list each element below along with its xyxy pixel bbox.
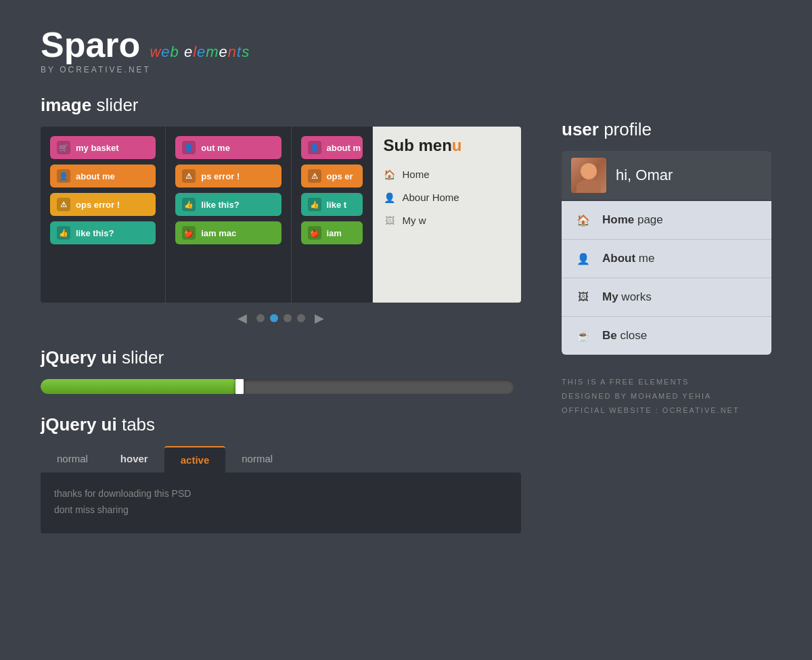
like-icon-2: 👍 — [182, 198, 196, 211]
tab-content-line2: dont miss sharing — [54, 502, 508, 519]
slider-btn-about3[interactable]: 👤 about m — [301, 136, 363, 159]
slider-controls: ◀ ▶ — [41, 309, 521, 327]
left-column: image slider 🛒 my basket 👤 about me — [41, 95, 521, 547]
tab-active[interactable]: active — [164, 446, 226, 472]
page-header: Sparo web elements BY OCREATIVE.NET — [41, 27, 771, 74]
profile-menu-works[interactable]: 🖼 My works — [562, 278, 771, 317]
submenu-title: Sub menu — [384, 136, 511, 155]
slider-dot-2[interactable] — [270, 314, 278, 322]
basket-icon: 🛒 — [57, 141, 70, 154]
jquery-tabs-section: jQuery ui tabs normal hover active norma… — [41, 414, 521, 533]
user-icon-profile: 👤 — [574, 249, 593, 268]
tab-content-line1: thanks for downloading this PSD — [54, 486, 508, 502]
user-greeting: hi, Omar — [616, 167, 673, 184]
jquery-slider-section: jQuery ui slider — [41, 347, 521, 394]
user-profile-title-light: profile — [599, 119, 652, 139]
image-icon-profile: 🖼 — [574, 288, 593, 307]
user-avatar — [571, 158, 606, 193]
jquery-tabs-title: jQuery ui tabs — [41, 414, 521, 435]
warning-icon: ⚠ — [57, 198, 70, 211]
submenu-works[interactable]: 🖼 My w — [384, 209, 511, 232]
warning-icon-3: ⚠ — [308, 169, 321, 183]
apple-icon-3: 🍎 — [308, 226, 321, 240]
tab-normal-1[interactable]: normal — [41, 446, 104, 472]
footer-line1: THIS IS A FREE ELEMENTS — [562, 375, 771, 389]
user-icon-sub: 👤 — [384, 192, 396, 203]
image-slider-title-light: slider — [91, 95, 138, 115]
slider-next-arrow[interactable]: ▶ — [311, 309, 328, 327]
user-profile-title: user profile — [562, 119, 771, 140]
jquery-tabs-title-light: tabs — [117, 414, 155, 435]
logo-subtitle: web elements — [150, 43, 250, 61]
main-content: image slider 🛒 my basket 👤 about me — [41, 95, 771, 547]
slider-btn-error2[interactable]: ⚠ ps error ! — [175, 164, 281, 188]
slider-dot-4[interactable] — [297, 314, 305, 322]
jquery-slider-title: jQuery ui slider — [41, 347, 521, 368]
image-slider-section: image slider 🛒 my basket 👤 about me — [41, 95, 521, 327]
slider-btn-error3[interactable]: ⚠ ops er — [301, 164, 363, 188]
profile-menu: 🏠 Home page 👤 About me 🖼 My works ☕ Be c… — [562, 201, 771, 355]
tab-content: thanks for downloading this PSD dont mis… — [41, 472, 521, 533]
image-icon-sub: 🖼 — [384, 215, 396, 226]
progress-handle[interactable] — [235, 379, 244, 394]
slider-dot-3[interactable] — [284, 314, 292, 322]
slider-dot-1[interactable] — [256, 314, 265, 322]
slider-btn-mac[interactable]: 🍎 iam mac — [175, 221, 281, 244]
tabs-bar: normal hover active normal — [41, 446, 521, 472]
footer-line3: OFFICIAL WEBSITE : OCREATIVE.NET — [562, 403, 771, 418]
footer-line2: DESIGNED BY MOHAMED YEHIA — [562, 389, 771, 403]
like-icon-3: 👍 — [308, 198, 321, 211]
user-profile: user profile hi, Omar 🏠 Home page 👤 — [562, 119, 771, 418]
slider-prev-arrow[interactable]: ◀ — [233, 309, 251, 327]
submenu-about[interactable]: 👤 Abour Home — [384, 186, 511, 209]
like-icon: 👍 — [57, 226, 70, 240]
home-icon-sub: 🏠 — [384, 169, 396, 180]
slider-panel-3: 👤 about m ⚠ ops er 👍 like t 🍎 — [292, 127, 373, 303]
tab-hover[interactable]: hover — [104, 446, 164, 472]
tab-normal-2[interactable]: normal — [225, 446, 289, 472]
slider-btn-error[interactable]: ⚠ ops error ! — [50, 193, 156, 216]
submenu-panel: Sub menu 🏠 Home 👤 Abour Home 🖼 My w — [373, 127, 522, 303]
byline: BY OCREATIVE.NET — [41, 65, 771, 74]
slider-btn-basket[interactable]: 🛒 my basket — [50, 136, 156, 159]
user-profile-title-bold: user — [562, 119, 599, 139]
jquery-tabs-title-bold: jQuery ui — [41, 414, 117, 435]
user-icon-3: 👤 — [308, 141, 321, 154]
jquery-slider-title-bold: jQuery ui — [41, 347, 117, 368]
logo-line: Sparo web elements — [41, 27, 771, 62]
home-icon-profile: 🏠 — [574, 211, 593, 229]
image-slider-title: image slider — [41, 95, 521, 116]
image-slider-title-bold: image — [41, 95, 91, 115]
slider-btn-about2[interactable]: 👤 out me — [175, 136, 281, 159]
apple-icon: 🍎 — [182, 226, 196, 240]
slider-btn-mac3[interactable]: 🍎 iam — [301, 221, 363, 244]
progress-track[interactable] — [41, 379, 514, 394]
slider-btn-like3[interactable]: 👍 like t — [301, 193, 363, 216]
logo-sparo: Sparo — [41, 27, 140, 62]
slider-panel-2: 👤 out me ⚠ ps error ! 👍 like this? � — [166, 127, 291, 303]
slider-btn-about[interactable]: 👤 about me — [50, 164, 156, 188]
slider-panel-1: 🛒 my basket 👤 about me ⚠ ops error ! — [41, 127, 166, 303]
user-header: hi, Omar — [562, 151, 771, 200]
right-column: user profile hi, Omar 🏠 Home page 👤 — [562, 95, 771, 547]
profile-menu-close[interactable]: ☕ Be close — [562, 317, 771, 355]
profile-menu-home[interactable]: 🏠 Home page — [562, 201, 771, 240]
warning-icon-2: ⚠ — [182, 169, 196, 183]
slider-container: 🛒 my basket 👤 about me ⚠ ops error ! — [41, 127, 521, 303]
slider-btn-like2[interactable]: 👍 like this? — [175, 193, 281, 216]
slider-btn-like[interactable]: 👍 like this? — [50, 221, 156, 244]
jquery-slider-title-light: slider — [117, 347, 164, 368]
submenu-home[interactable]: 🏠 Home — [384, 163, 511, 186]
profile-menu-about[interactable]: 👤 About me — [562, 240, 771, 278]
progress-fill — [41, 379, 240, 394]
user-icon-2: 👤 — [182, 141, 196, 154]
coffee-icon-profile: ☕ — [574, 326, 593, 345]
user-icon: 👤 — [57, 169, 70, 183]
footer-text: THIS IS A FREE ELEMENTS DESIGNED BY MOHA… — [562, 375, 771, 418]
